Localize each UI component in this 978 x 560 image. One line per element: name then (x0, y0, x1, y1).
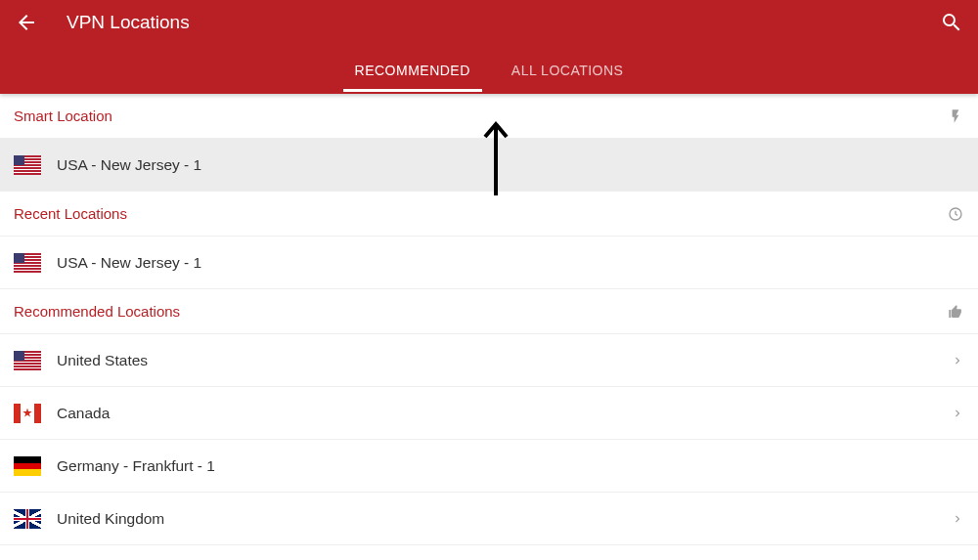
recommended-location-row[interactable]: United Kingdom (0, 493, 978, 545)
section-title-smart: Smart Location (14, 108, 112, 124)
smart-location-row[interactable]: USA - New Jersey - 1 (0, 139, 978, 192)
section-title-recommended: Recommended Locations (14, 303, 180, 320)
section-header-smart: Smart Location (0, 94, 978, 139)
flag-icon-uk (14, 509, 41, 529)
header-top-bar: VPN Locations (0, 0, 978, 45)
recommended-location-row[interactable]: Canada (0, 387, 978, 440)
flag-icon-us (14, 253, 41, 273)
back-icon[interactable] (14, 10, 39, 35)
thumbs-up-icon (947, 303, 964, 321)
flag-icon-ca (14, 404, 41, 423)
recent-location-row[interactable]: USA - New Jersey - 1 (0, 237, 978, 289)
chevron-right-icon (951, 512, 964, 526)
flag-icon-us (14, 351, 41, 370)
flag-icon-de (14, 456, 41, 476)
location-name: United States (57, 352, 148, 369)
recommended-location-row[interactable]: Germany - Frankfurt - 1 (0, 440, 978, 493)
chevron-right-icon (951, 354, 964, 367)
section-title-recent: Recent Locations (14, 205, 127, 222)
location-name: USA - New Jersey - 1 (57, 254, 201, 272)
tab-bar: RECOMMENDED ALL LOCATIONS (0, 45, 978, 94)
location-name: Canada (57, 405, 110, 422)
location-name: USA - New Jersey - 1 (57, 156, 201, 174)
recommended-location-row[interactable]: United States (0, 334, 978, 387)
location-name: United Kingdom (57, 510, 164, 528)
search-icon[interactable] (939, 10, 964, 35)
section-header-recommended: Recommended Locations (0, 289, 978, 334)
clock-icon (947, 205, 964, 223)
lightning-icon (947, 108, 964, 125)
page-title: VPN Locations (67, 12, 190, 33)
location-name: Germany - Frankfurt - 1 (57, 457, 215, 475)
section-header-recent: Recent Locations (0, 192, 978, 237)
app-header: VPN Locations RECOMMENDED ALL LOCATIONS (0, 0, 978, 94)
flag-icon-us (14, 155, 41, 175)
chevron-right-icon (951, 407, 964, 420)
tab-all-locations[interactable]: ALL LOCATIONS (502, 47, 634, 92)
content-area: Smart Location USA - New Jersey - 1 Rece… (0, 94, 978, 545)
tab-recommended[interactable]: RECOMMENDED (345, 47, 480, 92)
